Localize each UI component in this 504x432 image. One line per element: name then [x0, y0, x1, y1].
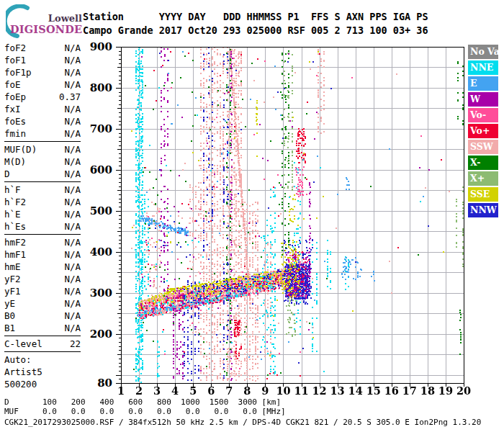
muf-row: MUF 0.0 0.0 0.0 0.0 0.0 0.0 0.0 0.0 [MHz…: [4, 407, 286, 416]
param-label: fmin: [4, 127, 26, 140]
y-tick-label: 800: [86, 81, 112, 94]
file-info-line: CGK21_2017293025000.RSF / 384fx512h 50 k…: [4, 418, 481, 428]
param-label: foF1p: [4, 66, 32, 78]
param-value: 22: [70, 338, 81, 350]
param-label: foF1: [4, 54, 26, 66]
param-value: N/A: [64, 168, 81, 180]
d-row: D 100 200 400 600 800 1000 1500 3000 [km…: [4, 397, 281, 407]
x-tick-label: 9: [256, 384, 274, 397]
param-value: N/A: [64, 115, 81, 127]
x-tick-label: 8: [238, 384, 256, 397]
param-row: Auto:: [4, 354, 81, 366]
lowell-digisonde-logo: Lowell DIGISONDE: [4, 3, 85, 40]
param-value: N/A: [64, 236, 81, 248]
header-lines: Station YYYY DAY DDD HHMMSS P1 FFS S AXN…: [83, 10, 428, 37]
param-row: fxIN/A: [4, 103, 81, 115]
legend-item-nnw: NNW: [468, 203, 498, 217]
legend-item-x-: X-: [468, 156, 498, 170]
param-value: N/A: [64, 310, 81, 322]
x-tick-label: 18: [418, 384, 437, 397]
param-row: Artist5: [4, 366, 81, 378]
ionogram-view: { "logo": {"top": "Lowell", "bottom": "D…: [0, 0, 504, 432]
param-separator: [4, 234, 81, 235]
param-row: foEp0.37: [4, 91, 81, 103]
y-tick-label: 300: [86, 287, 112, 300]
param-row: h`F2N/A: [4, 196, 81, 208]
param-label: C-level: [4, 338, 42, 350]
y-tick-label: 80: [86, 377, 112, 390]
param-row: 500200: [4, 378, 81, 390]
param-row: yEN/A: [4, 297, 81, 310]
param-label: Auto:: [4, 354, 32, 366]
param-value: N/A: [64, 261, 81, 273]
param-value: N/A: [64, 297, 81, 310]
param-label: MUF(D): [4, 143, 37, 156]
param-separator: [4, 336, 81, 336]
param-label: D: [4, 168, 10, 180]
param-row: hmEN/A: [4, 261, 81, 273]
param-label: B0: [4, 310, 15, 322]
x-tick-label: 1: [112, 384, 130, 397]
y-tick-label: 600: [86, 163, 112, 176]
x-tick-label: 5: [184, 384, 202, 397]
param-label: M(D): [4, 156, 26, 168]
direction-legend: No ValNNEEWVo-Vo+SSWX-X+SSENNW: [468, 45, 500, 219]
y-tick-label: 200: [86, 328, 112, 341]
param-row: foF2N/A: [4, 42, 81, 54]
logo-text-digisonde: DIGISONDE: [10, 23, 85, 35]
param-row: foEsN/A: [4, 115, 81, 127]
param-separator: [4, 351, 81, 352]
param-value: N/A: [64, 66, 81, 78]
param-label: B1: [4, 322, 15, 334]
x-tick-label: 3: [148, 384, 166, 397]
x-tick-label: 20: [454, 384, 473, 397]
param-value: N/A: [64, 322, 81, 334]
y-tick-label: 900: [86, 40, 112, 53]
param-row: M(D)N/A: [4, 156, 81, 168]
x-tick-label: 16: [382, 384, 401, 397]
param-row: hmF1N/A: [4, 248, 81, 261]
param-value: N/A: [64, 208, 81, 220]
param-label: yE: [4, 297, 15, 310]
param-label: foE: [4, 78, 21, 91]
y-tick-label: 400: [86, 246, 112, 258]
param-value: N/A: [64, 184, 81, 196]
param-row: foF1N/A: [4, 54, 81, 66]
param-separator: [4, 181, 81, 182]
legend-item-no-val: No Val: [468, 45, 498, 59]
param-label: hmF1: [4, 248, 26, 261]
param-value: N/A: [64, 42, 81, 54]
param-row: fminN/A: [4, 127, 81, 140]
param-label: fxI: [4, 103, 21, 115]
param-label: h`F: [4, 184, 21, 196]
param-label: foEp: [4, 91, 26, 103]
logo-text-lowell: Lowell: [26, 13, 82, 24]
param-value: N/A: [64, 196, 81, 208]
header-line2: Campo Grande 2017 Oct20 293 025000 RSF 0…: [83, 24, 428, 36]
param-row: foF1pN/A: [4, 66, 81, 78]
x-tick-label: 6: [202, 384, 220, 397]
parameter-panel: foF2N/AfoF1N/AfoF1pN/AfoEN/AfoEp0.37fxIN…: [4, 42, 81, 390]
legend-item-ssw: SSW: [468, 140, 498, 154]
param-value: N/A: [64, 285, 81, 297]
x-tick-label: 4: [166, 384, 184, 397]
x-tick-label: 15: [364, 384, 383, 397]
param-label: yF1: [4, 285, 21, 297]
param-value: N/A: [64, 127, 81, 140]
param-label: hmF2: [4, 236, 26, 248]
param-label: h`Es: [4, 220, 26, 233]
x-tick-label: 17: [400, 384, 419, 397]
param-value: N/A: [64, 220, 81, 233]
x-tick-label: 14: [346, 384, 365, 397]
param-row: h`FN/A: [4, 184, 81, 196]
legend-item-nne: NNE: [468, 60, 498, 75]
param-row: B0N/A: [4, 310, 81, 322]
legend-item-vo-: Vo-: [468, 108, 498, 122]
param-row: MUF(D)N/A: [4, 143, 81, 156]
param-label: hmE: [4, 261, 21, 273]
y-tick-label: 500: [86, 204, 112, 217]
param-value: 0.37: [59, 91, 81, 103]
legend-item-w: W: [468, 92, 498, 107]
param-label: foF2: [4, 42, 26, 54]
param-value: N/A: [64, 103, 81, 115]
